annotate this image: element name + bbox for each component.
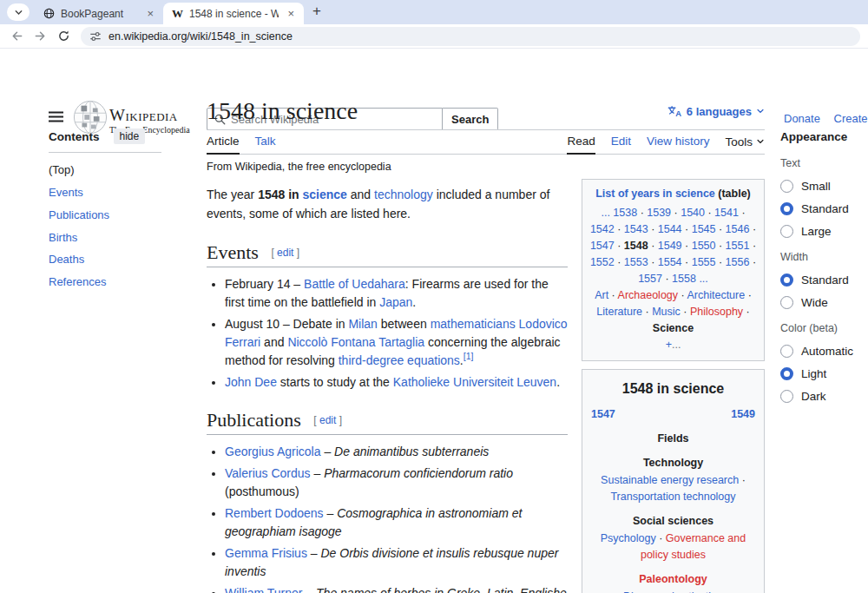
text: .	[412, 295, 416, 309]
radio-text-large[interactable]: Large	[780, 225, 868, 238]
link[interactable]: edit	[277, 247, 293, 259]
forward-button[interactable]	[34, 30, 47, 43]
link[interactable]: Art	[595, 289, 608, 301]
link[interactable]: Philosophy	[690, 306, 743, 318]
link[interactable]: 1556	[726, 256, 750, 268]
link[interactable]: 1545	[692, 223, 716, 235]
link[interactable]: 1546	[726, 223, 750, 235]
close-icon[interactable]: ×	[285, 7, 297, 20]
link[interactable]: Archaeology	[618, 289, 679, 301]
link[interactable]: 1540	[681, 207, 705, 219]
tab-read[interactable]: Read	[567, 130, 595, 155]
browser-tab-bookpageant[interactable]: BookPageant ×	[35, 3, 163, 24]
tab-edit[interactable]: Edit	[611, 130, 631, 154]
link[interactable]: 1554	[658, 256, 682, 268]
radio-color-dark[interactable]: Dark	[780, 390, 868, 403]
link[interactable]: Architecture	[687, 289, 745, 301]
close-icon[interactable]: ×	[144, 7, 156, 20]
link[interactable]: science	[303, 188, 347, 201]
link[interactable]: Psychology	[601, 532, 656, 544]
link[interactable]: Katholieke Universiteit Leuven	[393, 375, 556, 389]
link[interactable]: Milan	[348, 317, 377, 331]
tab-tools[interactable]: Tools	[725, 130, 765, 154]
radio-color-light[interactable]: Light	[780, 367, 868, 380]
toc-item-top[interactable]: (Top)	[49, 162, 161, 179]
link[interactable]: Battle of Uedahara	[304, 277, 405, 291]
link[interactable]: Music	[652, 306, 681, 318]
link[interactable]: 1541	[714, 207, 739, 219]
link[interactable]: Valerius Cordus	[225, 466, 311, 480]
radio-text-small[interactable]: Small	[780, 180, 868, 193]
next-year-link[interactable]: 1549	[731, 406, 755, 423]
text: ·	[682, 223, 692, 235]
toc-item-deaths[interactable]: Deaths	[49, 252, 161, 268]
radio-color-automatic[interactable]: Automatic	[780, 345, 868, 358]
link[interactable]: 1543	[624, 223, 648, 235]
new-tab-button[interactable]: +	[304, 3, 330, 23]
create-account-link[interactable]: Create account	[834, 112, 868, 125]
link[interactable]: 1538	[613, 207, 637, 219]
link[interactable]: edit	[319, 414, 336, 426]
tab-view-history[interactable]: View history	[647, 130, 710, 154]
link[interactable]: technology	[374, 188, 433, 201]
link[interactable]: William Turner	[225, 586, 302, 593]
languages-label: 6 languages	[687, 105, 752, 118]
radio-width-wide[interactable]: Wide	[780, 296, 868, 309]
toc-item-references[interactable]: References	[49, 274, 161, 291]
link[interactable]: John Dee	[225, 375, 277, 389]
toc-item-events[interactable]: Events	[49, 185, 161, 201]
link[interactable]: Transportation technology	[610, 491, 735, 503]
toc-item-publications[interactable]: Publications	[49, 208, 161, 224]
link[interactable]: ...	[696, 273, 708, 285]
link[interactable]: Niccolò Fontana Tartaglia	[287, 335, 424, 349]
link[interactable]: third-degree equations	[339, 353, 460, 367]
link[interactable]: Gemma Frisius	[225, 546, 307, 560]
link[interactable]: 1558	[672, 273, 696, 285]
site-settings-icon[interactable]	[89, 30, 102, 43]
link[interactable]: +	[666, 339, 672, 351]
radio-icon	[780, 180, 793, 193]
link[interactable]: Japan	[379, 295, 412, 309]
languages-button[interactable]: A 6 languages	[667, 105, 765, 118]
edit-section-link[interactable]: [ edit ]	[313, 414, 342, 426]
link[interactable]: 1542	[590, 223, 615, 235]
link[interactable]: [1]	[464, 351, 474, 361]
link[interactable]: 1547	[590, 240, 615, 252]
tab-talk[interactable]: Talk	[255, 130, 276, 154]
link[interactable]: mathematicians	[431, 317, 516, 331]
section-heading-events: Events [ edit ]	[207, 241, 568, 267]
link[interactable]: Rembert Dodoens	[225, 506, 324, 520]
tab-search-button[interactable]	[7, 3, 30, 21]
back-button[interactable]	[10, 30, 23, 43]
heading-text: Events	[207, 241, 259, 263]
link[interactable]: Literature	[596, 306, 642, 318]
donate-link[interactable]: Donate	[784, 112, 820, 125]
edit-section-link[interactable]: [ edit ]	[271, 247, 299, 259]
radio-text-standard[interactable]: Standard	[780, 202, 868, 215]
link[interactable]: 1555	[692, 256, 716, 268]
tab-article[interactable]: Article	[207, 130, 240, 155]
link[interactable]: 1553	[624, 256, 648, 268]
infobox-title: 1548 in science	[589, 379, 757, 399]
radio-label: Dark	[801, 390, 826, 403]
toc-hide-button[interactable]: hide	[114, 128, 146, 144]
link[interactable]: Georgius Agricola	[225, 445, 321, 458]
radio-width-standard[interactable]: Standard	[780, 273, 868, 287]
url-bar[interactable]: en.wikipedia.org/wiki/1548_in_science	[81, 27, 860, 46]
link[interactable]: 1551	[726, 240, 750, 252]
prev-year-link[interactable]: 1547	[591, 406, 615, 423]
hamburger-menu-icon[interactable]	[49, 111, 63, 122]
link[interactable]: 1544	[658, 223, 682, 235]
link[interactable]: 1557	[638, 273, 662, 285]
link[interactable]: 1550	[692, 240, 716, 252]
link[interactable]: 1539	[647, 207, 671, 219]
browser-tab-wikipedia[interactable]: W 1548 in science - Wikipedia ×	[163, 3, 304, 24]
link[interactable]: Sustainable energy research	[601, 474, 739, 486]
link[interactable]: ...	[601, 207, 613, 219]
reload-button[interactable]	[57, 30, 70, 43]
paleontology-heading[interactable]: Paleontology	[589, 571, 757, 588]
link[interactable]: 1549	[658, 240, 682, 252]
link[interactable]: 1552	[590, 256, 615, 268]
link[interactable]: List of years in science	[595, 188, 715, 200]
toc-item-births[interactable]: Births	[49, 230, 161, 247]
